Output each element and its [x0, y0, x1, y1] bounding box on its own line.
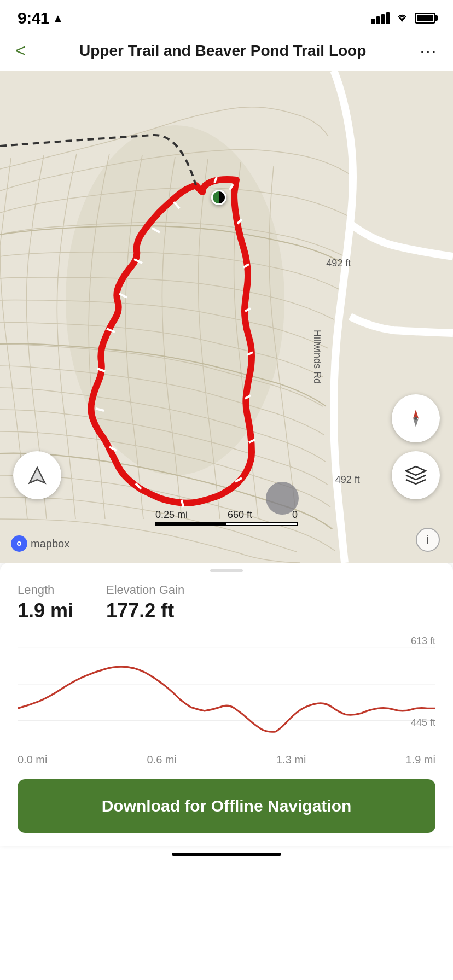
x-label-2: 1.3 mi — [276, 754, 306, 766]
layers-button[interactable] — [392, 451, 440, 499]
length-label: Length — [18, 583, 73, 597]
compass-button[interactable] — [392, 394, 440, 442]
status-time: 9:41 — [18, 9, 49, 27]
map-container[interactable]: 492 ft 492 ft Hillwinds Rd — [0, 71, 453, 563]
stats-row: Length 1.9 mi Elevation Gain 177.2 ft — [18, 583, 435, 622]
location-status-icon: ▲ — [53, 12, 63, 25]
length-stat: Length 1.9 mi — [18, 583, 73, 622]
svg-marker-29 — [30, 468, 45, 483]
svg-point-4 — [66, 125, 284, 475]
elevation-gain-value: 177.2 ft — [106, 599, 184, 622]
info-icon: i — [427, 533, 429, 547]
location-indicator — [266, 482, 299, 515]
status-icons — [371, 10, 435, 26]
elevation-gain-label: Elevation Gain — [106, 583, 184, 597]
elevation-bottom-label: 445 ft — [411, 717, 435, 728]
elevation-chart: 613 ft 445 ft — [18, 635, 435, 745]
mapbox-logo: mapbox — [11, 535, 69, 552]
compass-icon — [404, 406, 428, 430]
trail-start-marker — [211, 190, 226, 205]
elevation-stat: Elevation Gain 177.2 ft — [106, 583, 184, 622]
page-title: Upper Trail and Beaver Pond Trail Loop — [28, 42, 418, 60]
svg-point-26 — [414, 417, 417, 420]
wifi-icon — [395, 10, 409, 26]
home-indicator — [172, 853, 281, 856]
status-bar: 9:41 ▲ — [0, 0, 453, 33]
more-button[interactable]: ··· — [418, 40, 440, 62]
bottom-sheet: Length 1.9 mi Elevation Gain 177.2 ft 61… — [0, 563, 453, 846]
svg-point-32 — [18, 542, 20, 545]
signal-bars — [371, 12, 390, 24]
mapbox-circle-logo — [11, 535, 27, 552]
location-arrow-icon — [27, 465, 47, 485]
download-button[interactable]: Download for Offline Navigation — [18, 779, 435, 833]
sheet-handle — [210, 569, 243, 572]
svg-marker-27 — [406, 466, 426, 475]
info-button[interactable]: i — [416, 528, 440, 552]
chart-x-labels: 0.0 mi 0.6 mi 1.3 mi 1.9 mi — [18, 754, 435, 766]
x-label-3: 1.9 mi — [406, 754, 435, 766]
map-background — [0, 71, 453, 563]
length-value: 1.9 mi — [18, 599, 73, 622]
x-label-1: 0.6 mi — [147, 754, 177, 766]
back-button[interactable]: < — [13, 38, 28, 63]
elevation-svg — [18, 635, 435, 745]
x-label-0: 0.0 mi — [18, 754, 47, 766]
nav-header: < Upper Trail and Beaver Pond Trail Loop… — [0, 33, 453, 71]
layers-icon — [405, 465, 427, 485]
mapbox-text: mapbox — [31, 538, 69, 550]
location-button[interactable] — [13, 451, 61, 499]
svg-point-0 — [401, 20, 403, 22]
elevation-top-label: 613 ft — [411, 635, 435, 647]
battery-icon — [415, 13, 435, 24]
